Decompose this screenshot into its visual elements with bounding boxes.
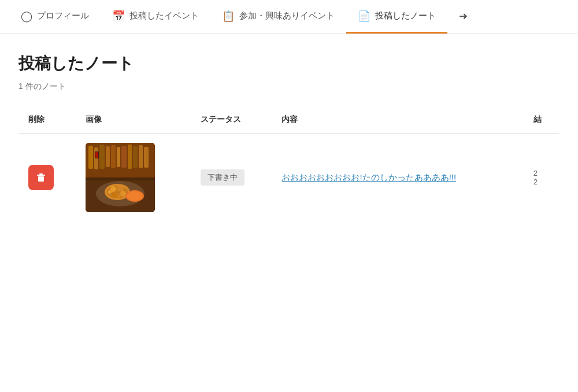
food-image xyxy=(86,143,155,212)
calendar-check-icon: 📋 xyxy=(222,11,235,21)
col-header-status: ステータス xyxy=(191,106,273,134)
tab-posted-notes[interactable]: 📄 投稿したノート xyxy=(346,0,447,34)
svg-rect-0 xyxy=(38,176,44,182)
notes-table: 削除 画像 ステータス 内容 結 xyxy=(18,106,560,222)
col-header-delete: 削除 xyxy=(19,106,77,134)
tab-profile-label: プロフィール xyxy=(37,10,89,21)
image-cell xyxy=(76,134,191,222)
tab-other[interactable]: ➜ xyxy=(447,1,479,34)
tab-posted-events-label: 投稿したイベント xyxy=(129,10,199,21)
status-cell: 下書き中 xyxy=(191,134,273,222)
tab-posted-notes-label: 投稿したノート xyxy=(375,10,436,21)
note-icon: 📄 xyxy=(358,11,370,21)
delete-cell xyxy=(19,134,77,222)
note-count: 1 件のノート xyxy=(18,82,560,92)
extra-value-1: 2 xyxy=(533,169,538,177)
delete-button[interactable] xyxy=(28,165,54,190)
status-badge: 下書き中 xyxy=(201,169,244,186)
svg-rect-1 xyxy=(37,175,45,176)
note-link[interactable]: おおおおおおおおお!たのしかったああああ!!! xyxy=(281,172,456,182)
food-image-svg xyxy=(86,143,155,212)
tab-posted-events[interactable]: 📅 投稿したイベント xyxy=(101,0,210,34)
profile-icon: ◯ xyxy=(21,11,32,21)
table-row: 下書き中 おおおおおおおおお!たのしかったああああ!!! 2 2 xyxy=(19,134,560,222)
tab-joined-events-label: 参加・興味ありイベント xyxy=(239,10,335,21)
page-content: 投稿したノート 1 件のノート 削除 画像 ステータス 内容 結 xyxy=(0,34,578,222)
extra-value-2: 2 xyxy=(533,177,538,186)
tab-joined-events[interactable]: 📋 参加・興味ありイベント xyxy=(210,0,346,34)
tab-profile[interactable]: ◯ プロフィール xyxy=(9,0,101,34)
col-header-extra: 結 xyxy=(524,106,560,134)
tab-navigation: ◯ プロフィール 📅 投稿したイベント 📋 参加・興味ありイベント 📄 投稿した… xyxy=(0,0,578,34)
svg-rect-2 xyxy=(39,173,43,175)
calendar-icon: 📅 xyxy=(112,11,125,21)
page-title: 投稿したノート xyxy=(18,53,560,75)
col-header-image: 画像 xyxy=(76,106,191,134)
logout-icon: ➜ xyxy=(459,11,468,21)
col-header-content: 内容 xyxy=(272,106,524,134)
svg-rect-30 xyxy=(86,143,155,212)
table-header-row: 削除 画像 ステータス 内容 結 xyxy=(19,106,560,134)
trash-icon xyxy=(35,172,47,183)
content-cell: おおおおおおおおお!たのしかったああああ!!! xyxy=(272,134,524,222)
extra-cell: 2 2 xyxy=(524,134,560,222)
